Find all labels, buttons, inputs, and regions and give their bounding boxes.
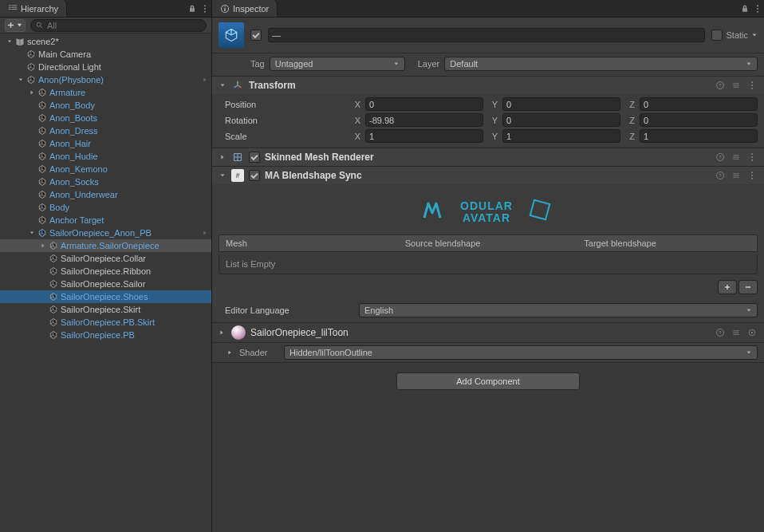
chevron-right-icon[interactable] xyxy=(202,228,208,238)
component-menu-icon[interactable] xyxy=(746,80,758,91)
tree-row[interactable]: SailorOnepiece.Collar xyxy=(0,252,211,265)
position-y[interactable] xyxy=(502,97,620,111)
shader-dropdown[interactable]: Hidden/lilToonOutline xyxy=(284,345,758,360)
tree-row[interactable]: Armature.SailorOnepiece xyxy=(0,239,211,252)
foldout-icon xyxy=(38,266,48,276)
help-icon[interactable]: ? xyxy=(715,327,726,338)
component-menu-icon[interactable] xyxy=(746,170,758,181)
hierarchy-tree[interactable]: scene2*Main CameraDirectional LightAnon(… xyxy=(0,33,211,532)
foldout-icon[interactable] xyxy=(27,88,37,97)
tree-row[interactable]: Anon(Physbone) xyxy=(0,73,211,86)
inspector-tabrow: Inspector xyxy=(212,0,764,18)
hierarchy-icon xyxy=(8,4,18,14)
svg-point-5 xyxy=(224,6,226,8)
help-icon[interactable]: ? xyxy=(715,80,726,91)
hierarchy-toolbar xyxy=(0,18,211,33)
tree-label: Anon(Physbone) xyxy=(38,75,104,85)
rotation-y[interactable] xyxy=(502,113,620,127)
component-menu-icon[interactable] xyxy=(746,152,758,163)
material-menu-icon[interactable] xyxy=(746,327,758,338)
go-icon xyxy=(48,291,59,302)
tree-row[interactable]: Anon_Hudie xyxy=(0,150,211,163)
tree-label: Anon_Boots xyxy=(49,113,97,123)
tree-row[interactable]: Main Camera xyxy=(0,48,211,61)
list-add-button[interactable] xyxy=(718,280,737,294)
create-dropdown[interactable] xyxy=(5,19,26,32)
tree-label: SailorOnepiece.PB.Skirt xyxy=(61,317,155,327)
preset-icon[interactable] xyxy=(731,170,742,181)
tag-label: Tag xyxy=(250,59,265,69)
static-toggle[interactable]: Static xyxy=(711,30,758,41)
tag-dropdown[interactable]: Untagged xyxy=(270,57,405,71)
scale-z[interactable] xyxy=(640,129,758,143)
tree-label: SailorOnepiece.Shoes xyxy=(61,292,148,301)
go-icon xyxy=(37,87,48,98)
panel-menu-icon[interactable] xyxy=(199,2,211,15)
tree-row[interactable]: SailorOnepiece.PB.Skirt xyxy=(0,316,211,329)
help-icon[interactable]: ? xyxy=(715,152,726,163)
inspector-lock-icon[interactable] xyxy=(738,2,751,15)
tree-row[interactable]: Anon_Dress xyxy=(0,124,211,137)
rotation-x[interactable] xyxy=(365,113,483,127)
go-icon xyxy=(37,215,48,226)
foldout-icon[interactable] xyxy=(27,228,37,238)
foldout-icon xyxy=(38,292,48,301)
tree-row[interactable]: scene2* xyxy=(0,35,211,48)
inspector-tab[interactable]: Inspector xyxy=(212,0,278,17)
tree-row[interactable]: Anon_Socks xyxy=(0,175,211,188)
hierarchy-tab[interactable]: Hierarchy xyxy=(0,0,67,17)
foldout-icon[interactable] xyxy=(38,241,48,250)
smr-enabled-checkbox[interactable] xyxy=(249,152,260,163)
tree-row[interactable]: SailorOnepiece.Sailor xyxy=(0,278,211,290)
tree-row[interactable]: SailorOnepiece.Ribbon xyxy=(0,265,211,278)
material-header[interactable]: SailorOnepiece_lilToon ? xyxy=(212,323,764,343)
add-component-button[interactable]: Add Component xyxy=(396,372,580,390)
foldout-icon[interactable] xyxy=(16,75,26,85)
tree-row[interactable]: Body xyxy=(0,201,211,214)
hierarchy-search[interactable] xyxy=(30,19,207,32)
position-x[interactable] xyxy=(365,97,483,111)
layer-dropdown[interactable]: Default xyxy=(444,57,758,71)
tree-row[interactable]: SailorOnepiece.PB xyxy=(0,329,211,341)
list-remove-button[interactable] xyxy=(738,280,758,294)
go-icon xyxy=(48,240,59,251)
tree-row[interactable]: Anon_Hair xyxy=(0,137,211,150)
gameobject-icon xyxy=(219,22,244,48)
ma-enabled-checkbox[interactable] xyxy=(249,170,260,181)
transform-header[interactable]: Transform ? xyxy=(212,77,764,94)
foldout-icon xyxy=(38,305,48,314)
tree-row[interactable]: Armature xyxy=(0,86,211,99)
panel-lock-icon[interactable] xyxy=(186,2,199,15)
tree-row[interactable]: Anon_Kemono xyxy=(0,163,211,175)
tree-row[interactable]: Anon_Body xyxy=(0,99,211,112)
foldout-icon xyxy=(38,254,48,263)
search-input[interactable] xyxy=(47,21,201,30)
foldout-icon[interactable] xyxy=(5,37,14,46)
help-icon[interactable]: ? xyxy=(715,170,726,181)
smr-header[interactable]: Skinned Mesh Renderer ? xyxy=(212,148,764,166)
tree-row[interactable]: Anon_Boots xyxy=(0,112,211,124)
scale-y[interactable] xyxy=(502,129,620,143)
tree-row[interactable]: Anchor Target xyxy=(0,214,211,227)
position-z[interactable] xyxy=(640,97,758,111)
inspector-menu-icon[interactable] xyxy=(751,2,764,15)
preset-icon[interactable] xyxy=(731,80,742,91)
tree-row[interactable]: Anon_Underwear xyxy=(0,188,211,201)
rotation-z[interactable] xyxy=(640,113,758,127)
go-icon xyxy=(48,278,59,290)
preset-icon[interactable] xyxy=(731,152,742,163)
tree-row[interactable]: SailorOnepiece.Skirt xyxy=(0,303,211,316)
gameobject-active-checkbox[interactable] xyxy=(250,30,262,41)
gameobject-name-field[interactable] xyxy=(268,28,705,42)
go-icon xyxy=(26,74,37,85)
editor-language-dropdown[interactable]: English xyxy=(359,303,758,317)
ma-header[interactable]: # MA Blendshape Sync ? xyxy=(212,167,764,184)
chevron-right-icon[interactable] xyxy=(202,75,208,85)
tree-row[interactable]: SailorOnepiece_Anon_PB xyxy=(0,227,211,239)
go-icon xyxy=(48,317,59,328)
search-icon xyxy=(36,22,44,30)
preset-icon[interactable] xyxy=(731,327,742,338)
tree-row[interactable]: Directional Light xyxy=(0,61,211,73)
scale-x[interactable] xyxy=(365,129,483,143)
tree-row[interactable]: SailorOnepiece.Shoes xyxy=(0,290,211,303)
